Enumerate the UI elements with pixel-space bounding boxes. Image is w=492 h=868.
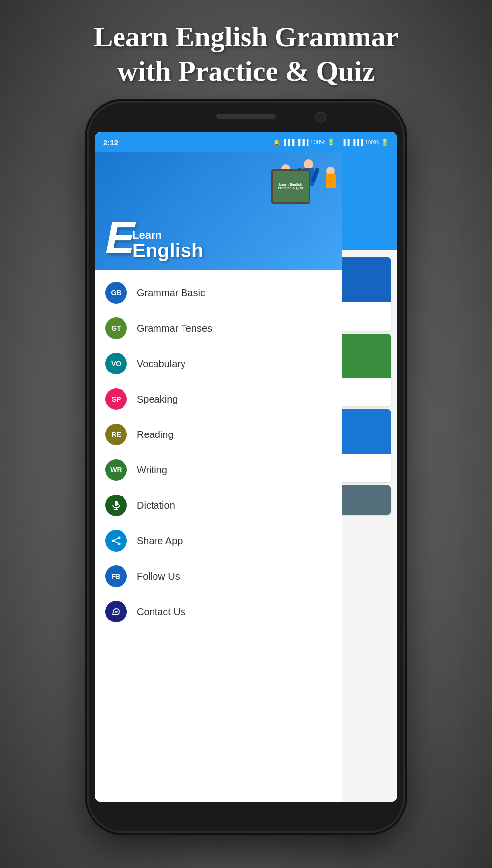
nav-item-reading[interactable]: REReading: [95, 417, 342, 452]
chalkboard: Learn English Practice & Quiz: [271, 169, 310, 204]
drawer-header: Learn English Practice & Quiz E Learn En…: [95, 152, 342, 270]
nav-item-share-app[interactable]: Share App: [95, 523, 342, 558]
app-headline: Learn English Grammar with Practice & Qu…: [64, 0, 428, 103]
nav-label-grammar-tenses: Grammar Tenses: [137, 323, 212, 334]
logo-english-text: English: [132, 241, 203, 260]
logo-letter-e: E: [105, 216, 135, 260]
drawer-status-icons: 🔔 ▐▐▐ ▐▐▐ 100% 🔋: [273, 139, 335, 146]
nav-icon-grammar-basic: GB: [105, 282, 127, 304]
phone-screen: 2:12 🔔 ▐▐▐ ▐▐▐ 100% 🔋 EnglishGrammar: [95, 132, 397, 802]
nav-label-follow-us: Follow Us: [137, 571, 180, 582]
nav-item-follow-us[interactable]: FBFollow Us: [95, 558, 342, 594]
nav-icon-contact-us: [105, 601, 127, 622]
phone-speaker: [216, 114, 276, 119]
nav-icon-dictation: [105, 495, 127, 516]
logo-text-group: Learn English: [132, 230, 203, 260]
nav-icon-reading: RE: [105, 424, 127, 445]
phone-device: 2:12 🔔 ▐▐▐ ▐▐▐ 100% 🔋 EnglishGrammar: [89, 103, 403, 831]
nav-item-grammar-basic[interactable]: GBGrammar Basic: [95, 275, 342, 310]
nav-label-contact-us: Contact Us: [137, 606, 185, 618]
character-girl2: [321, 167, 340, 204]
headline-line2: with Practice & Quiz: [117, 55, 374, 87]
nav-list: GBGrammar BasicGTGrammar TensesVOVocabul…: [95, 270, 342, 634]
svg-line-7: [114, 541, 118, 543]
nav-label-writing: Writing: [137, 465, 167, 476]
svg-point-4: [112, 540, 115, 542]
nav-item-writing[interactable]: WRWriting: [95, 452, 342, 488]
screen-layout: 2:12 🔔 ▐▐▐ ▐▐▐ 100% 🔋 EnglishGrammar: [95, 132, 397, 802]
nav-icon-writing: WR: [105, 459, 127, 481]
nav-icon-grammar-tenses: GT: [105, 317, 127, 339]
nav-label-grammar-basic: Grammar Basic: [137, 287, 205, 299]
nav-label-share-app: Share App: [137, 535, 183, 547]
headline-line1: Learn English Grammar: [94, 21, 399, 53]
nav-item-grammar-tenses[interactable]: GTGrammar Tenses: [95, 310, 342, 346]
characters-group: Learn English Practice & Quiz: [276, 159, 340, 204]
nav-icon-speaking: SP: [105, 388, 127, 410]
nav-item-contact-us[interactable]: Contact Us: [95, 594, 342, 629]
nav-icon-share-app: [105, 530, 127, 552]
nav-item-vocabulary[interactable]: VOVocabulary: [95, 346, 342, 381]
svg-point-5: [118, 543, 121, 545]
app-logo: E Learn English: [105, 216, 203, 260]
svg-rect-0: [115, 501, 118, 506]
nav-label-vocabulary: Vocabulary: [137, 358, 185, 370]
phone-camera: [315, 112, 326, 123]
nav-item-dictation[interactable]: Dictation: [95, 488, 342, 523]
nav-label-dictation: Dictation: [137, 500, 175, 511]
svg-point-3: [118, 537, 121, 539]
navigation-drawer: 2:12 🔔 ▐▐▐ ▐▐▐ 100% 🔋: [95, 132, 342, 802]
nav-label-speaking: Speaking: [137, 394, 178, 405]
drawer-status-bar: 2:12 🔔 ▐▐▐ ▐▐▐ 100% 🔋: [95, 132, 342, 152]
nav-item-speaking[interactable]: SPSpeaking: [95, 381, 342, 417]
drawer-status-time: 2:12: [103, 138, 118, 147]
logo-learn-text: Learn: [132, 230, 203, 241]
nav-icon-vocabulary: VO: [105, 353, 127, 374]
svg-line-6: [114, 538, 118, 540]
nav-icon-follow-us: FB: [105, 565, 127, 587]
nav-label-reading: Reading: [137, 429, 174, 440]
